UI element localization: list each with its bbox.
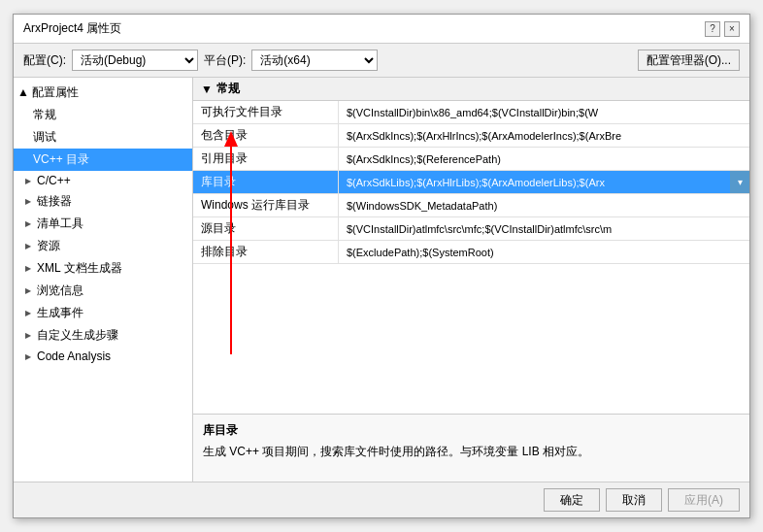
title-controls: ? × — [705, 21, 740, 37]
expand-icon: ▶ — [25, 352, 35, 361]
prop-value: $(VCInstallDir)bin\x86_amd64;$(VCInstall… — [339, 101, 749, 123]
help-button[interactable]: ? — [705, 21, 720, 37]
config-select[interactable]: 活动(Debug) — [72, 50, 198, 71]
sidebar-item-cpp[interactable]: ▶ C/C++ — [14, 171, 192, 190]
prop-value: $(ArxSdkIncs);$(ArxHlrIncs);$(ArxAmodele… — [339, 124, 749, 147]
expand-icon: ▶ — [25, 286, 35, 295]
expand-icon: ▶ — [25, 264, 35, 273]
expand-icon: ▶ — [25, 197, 35, 206]
prop-name: 源目录 — [193, 217, 339, 240]
sidebar-item-linker[interactable]: ▶ 链接器 — [14, 190, 192, 213]
prop-value: $(VCInstallDir)atlmfc\src\mfc;$(VCInstal… — [339, 217, 749, 240]
bottom-bar: 确定 取消 应用(A) — [14, 482, 749, 517]
prop-value: $(ArxSdkLibs);$(ArxHlrLibs);$(ArxAmodele… — [339, 171, 749, 193]
sidebar-item-vc-dirs[interactable]: VC++ 目录 — [14, 149, 192, 171]
section-header: ▼ 常规 — [193, 78, 749, 101]
prop-name: 库目录 — [193, 171, 339, 193]
sidebar-item-general[interactable]: 常规 — [14, 104, 192, 126]
sidebar-item-browse[interactable]: ▶ 浏览信息 — [14, 280, 192, 302]
prop-name: Windows 运行库目录 — [193, 194, 339, 216]
platform-label: 平台(P): — [204, 52, 246, 69]
sidebar-item-custom-build[interactable]: ▶ 自定义生成步骤 — [14, 324, 192, 347]
sidebar: ▲ 配置属性 常规 调试 VC++ 目录 ▶ C/C++ ▶ 链接器 ▶ — [14, 78, 193, 482]
sidebar-item-label: 常规 — [33, 107, 56, 123]
expand-icon: ▼ — [201, 83, 213, 96]
ellipsis-button[interactable]: ▾ — [730, 171, 749, 193]
prop-value: $(ExcludePath);$(SystemRoot) — [339, 241, 749, 263]
prop-value: $(WindowsSDK_MetadataPath) — [339, 194, 749, 216]
title-bar: ArxProject4 属性页 ? × — [14, 15, 749, 44]
prop-name: 引用目录 — [193, 148, 339, 170]
expand-icon: ▶ — [25, 177, 35, 185]
sidebar-item-list-tool[interactable]: ▶ 清单工具 — [14, 213, 192, 235]
prop-row-selected[interactable]: 库目录 $(ArxSdkLibs);$(ArxHlrLibs);$(ArxAmo… — [193, 171, 749, 194]
prop-row[interactable]: Windows 运行库目录 $(WindowsSDK_MetadataPath) — [193, 194, 749, 217]
prop-row[interactable]: 源目录 $(VCInstallDir)atlmfc\src\mfc;$(VCIn… — [193, 217, 749, 241]
platform-select[interactable]: 活动(x64) — [251, 50, 378, 71]
main-area: ▲ 配置属性 常规 调试 VC++ 目录 ▶ C/C++ ▶ 链接器 ▶ — [14, 78, 749, 482]
prop-row[interactable]: 引用目录 $(ArxSdkIncs);$(ReferencePath) — [193, 148, 749, 171]
sidebar-item-label: 资源 — [37, 238, 60, 254]
content-wrapper: ▼ 常规 可执行文件目录 $(VCInstallDir)bin\x86_amd6… — [193, 78, 749, 482]
apply-button[interactable]: 应用(A) — [668, 488, 740, 512]
sidebar-item-label: Code Analysis — [37, 349, 111, 363]
expand-icon: ▶ — [25, 242, 35, 250]
ok-button[interactable]: 确定 — [544, 488, 600, 512]
sidebar-item-label: 自定义生成步骤 — [37, 327, 118, 344]
prop-value: $(ArxSdkIncs);$(ReferencePath) — [339, 148, 749, 170]
sidebar-item-debug[interactable]: 调试 — [14, 126, 192, 149]
expand-icon: ▶ — [25, 331, 35, 340]
sidebar-item-label: XML 文档生成器 — [37, 260, 122, 277]
prop-name: 排除目录 — [193, 241, 339, 263]
config-mgr-button[interactable]: 配置管理器(O)... — [638, 50, 740, 71]
sidebar-item-label: 浏览信息 — [37, 283, 83, 299]
prop-row[interactable]: 可执行文件目录 $(VCInstallDir)bin\x86_amd64;$(V… — [193, 101, 749, 124]
desc-text: 生成 VC++ 项目期间，搜索库文件时使用的路径。与环境变量 LIB 相对应。 — [203, 443, 740, 460]
sidebar-item-label: 生成事件 — [37, 305, 83, 321]
sidebar-root[interactable]: ▲ 配置属性 — [14, 82, 192, 104]
sidebar-item-xml-gen[interactable]: ▶ XML 文档生成器 — [14, 257, 192, 280]
config-label: 配置(C): — [23, 52, 66, 69]
close-button[interactable]: × — [724, 21, 740, 37]
expand-icon: ▶ — [25, 309, 35, 317]
sidebar-item-label: C/C++ — [37, 174, 71, 187]
expand-icon: ▶ — [25, 219, 35, 228]
content-area: ▼ 常规 可执行文件目录 $(VCInstallDir)bin\x86_amd6… — [193, 78, 749, 414]
cancel-button[interactable]: 取消 — [606, 488, 662, 512]
sidebar-item-label: 链接器 — [37, 193, 72, 210]
prop-name: 可执行文件目录 — [193, 101, 339, 123]
sidebar-item-label: VC++ 目录 — [33, 151, 89, 168]
config-bar: 配置(C): 活动(Debug) 平台(P): 活动(x64) 配置管理器(O)… — [14, 44, 749, 78]
sidebar-item-code-analysis[interactable]: ▶ Code Analysis — [14, 347, 192, 366]
sidebar-item-label: 调试 — [33, 129, 56, 146]
sidebar-item-resources[interactable]: ▶ 资源 — [14, 235, 192, 257]
desc-title: 库目录 — [203, 422, 740, 439]
desc-area: 库目录 生成 VC++ 项目期间，搜索库文件时使用的路径。与环境变量 LIB 相… — [193, 414, 749, 482]
sidebar-root-label: ▲ 配置属性 — [17, 84, 79, 101]
sidebar-item-build-events[interactable]: ▶ 生成事件 — [14, 302, 192, 324]
sidebar-item-label: 清单工具 — [37, 216, 83, 232]
dialog: ArxProject4 属性页 ? × 配置(C): 活动(Debug) 平台(… — [13, 14, 750, 518]
dialog-title: ArxProject4 属性页 — [23, 20, 121, 37]
prop-row[interactable]: 包含目录 $(ArxSdkIncs);$(ArxHlrIncs);$(ArxAm… — [193, 124, 749, 148]
prop-row[interactable]: 排除目录 $(ExcludePath);$(SystemRoot) — [193, 241, 749, 264]
prop-name: 包含目录 — [193, 124, 339, 147]
section-title: 常规 — [216, 81, 240, 97]
